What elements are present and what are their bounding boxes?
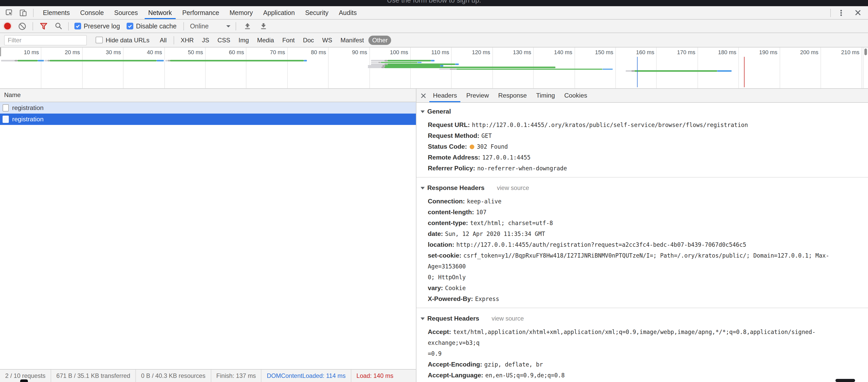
filter-type-xhr[interactable]: XHR xyxy=(177,35,197,45)
tab-security[interactable]: Security xyxy=(300,6,334,19)
disable-cache-checkbox[interactable] xyxy=(127,23,133,29)
header-row: location:http://127.0.0.1:4455/auth/regi… xyxy=(428,240,865,250)
grid-line xyxy=(820,47,821,88)
record-button[interactable] xyxy=(4,23,11,29)
grid-line xyxy=(738,47,739,88)
waterfall-segment xyxy=(384,60,388,62)
waterfall-segment xyxy=(384,67,555,68)
request-row-registration[interactable]: registration xyxy=(0,102,416,113)
tab-performance[interactable]: Performance xyxy=(177,6,224,19)
close-devtools-icon[interactable] xyxy=(851,6,864,19)
details-tab-preview[interactable]: Preview xyxy=(462,89,494,102)
status-item: 2 / 10 requests xyxy=(0,372,51,379)
header-value: en,en-US;q=0.9,de;q=0.8 xyxy=(486,372,565,379)
search-icon[interactable] xyxy=(54,22,63,31)
filter-type-other[interactable]: Other xyxy=(369,35,392,45)
column-header-name[interactable]: Name xyxy=(0,89,416,102)
section-header-response-headers[interactable]: Response Headersview source xyxy=(421,184,865,192)
details-tab-response[interactable]: Response xyxy=(493,89,531,102)
section-divider xyxy=(416,308,868,308)
section-header-general[interactable]: General xyxy=(421,108,865,115)
filter-funnel-icon[interactable] xyxy=(39,22,48,31)
waterfall-segment xyxy=(381,62,417,63)
hide-data-urls-checkbox[interactable] xyxy=(96,37,102,44)
tick-label: 60 ms xyxy=(208,49,244,55)
details-tab-cookies[interactable]: Cookies xyxy=(560,89,592,102)
tab-sources[interactable]: Sources xyxy=(109,6,143,19)
status-item: 671 B / 35.1 KB transferred xyxy=(51,372,135,379)
header-key: Accept: xyxy=(428,328,451,336)
status-bar: 2 / 10 requests671 B / 35.1 KB transferr… xyxy=(0,369,416,382)
waterfall-segment xyxy=(631,70,634,72)
tick-label: 170 ms xyxy=(659,49,695,55)
filter-type-js[interactable]: JS xyxy=(198,35,213,45)
filter-type-img[interactable]: Img xyxy=(235,35,252,45)
filter-type-media[interactable]: Media xyxy=(253,35,277,45)
header-key: content-length: xyxy=(428,209,474,216)
export-har-icon[interactable] xyxy=(258,22,268,31)
view-source-link[interactable]: view source xyxy=(497,184,529,192)
tab-console[interactable]: Console xyxy=(75,6,109,19)
close-details-icon[interactable] xyxy=(418,90,428,101)
clear-icon[interactable] xyxy=(18,22,27,31)
header-key: Accept-Language: xyxy=(428,372,483,379)
inspect-element-icon[interactable] xyxy=(3,6,16,19)
header-row: set-cookie:csrf_token=y1//BqpRxuFY8Hw418… xyxy=(428,250,865,283)
preserve-log-checkbox[interactable] xyxy=(74,23,81,29)
tab-application[interactable]: Application xyxy=(258,6,300,19)
waterfall-segment xyxy=(417,62,422,63)
tab-memory[interactable]: Memory xyxy=(224,6,258,19)
details-tabs: HeadersPreviewResponseTimingCookies xyxy=(428,89,592,102)
status-dot xyxy=(470,144,474,149)
disable-cache-label[interactable]: Disable cache xyxy=(136,23,177,30)
toolbar-separator xyxy=(33,8,34,17)
more-options-icon[interactable] xyxy=(835,6,847,19)
request-row-registration[interactable]: registration xyxy=(0,113,416,125)
header-row: content-length:107 xyxy=(428,207,865,218)
hide-data-urls-label[interactable]: Hide data URLs xyxy=(106,36,149,44)
waterfall-segment xyxy=(170,60,304,62)
toolbar-separator xyxy=(68,22,69,30)
details-tab-headers[interactable]: Headers xyxy=(428,89,462,102)
header-row: Request Method:GET xyxy=(428,131,865,141)
timeline-overview[interactable]: 10 ms20 ms30 ms40 ms50 ms60 ms70 ms80 ms… xyxy=(0,47,868,89)
section-header-request-headers[interactable]: Request Headersview source xyxy=(421,315,865,322)
header-value: Sun, 12 Apr 2020 11:35:34 GMT xyxy=(445,231,545,238)
tick-label: 140 ms xyxy=(536,49,572,55)
document-icon xyxy=(3,104,8,111)
view-source-link[interactable]: view source xyxy=(492,315,524,322)
tab-audits[interactable]: Audits xyxy=(334,6,362,19)
request-list-panel: Name registrationregistration xyxy=(0,89,416,382)
request-name: registration xyxy=(12,104,44,111)
header-value: http://127.0.0.1:4455/.ory/kratos/public… xyxy=(472,122,748,129)
toolbar-separator xyxy=(830,8,831,17)
filter-type-manifest[interactable]: Manifest xyxy=(337,35,368,45)
filter-type-css[interactable]: CSS xyxy=(214,35,234,45)
triangle-down-icon xyxy=(421,110,425,113)
device-toolbar-icon[interactable] xyxy=(17,6,29,19)
filter-type-all[interactable]: All xyxy=(156,35,170,45)
header-value: GET xyxy=(482,133,492,139)
grid-line xyxy=(205,47,206,88)
waterfall-segment xyxy=(44,60,48,62)
tab-network[interactable]: Network xyxy=(143,6,177,19)
header-key: Accept-Encoding: xyxy=(428,361,482,368)
details-tab-timing[interactable]: Timing xyxy=(531,89,560,102)
tab-elements[interactable]: Elements xyxy=(38,6,75,19)
overview-scrollbar-thumb[interactable] xyxy=(864,48,867,55)
filter-input[interactable] xyxy=(4,35,87,45)
waterfall-segment xyxy=(456,68,602,70)
waterfall-segment xyxy=(381,67,384,68)
waterfall-segment xyxy=(440,65,443,67)
filter-type-doc[interactable]: Doc xyxy=(300,35,318,45)
grid-line xyxy=(779,47,780,88)
filter-type-font[interactable]: Font xyxy=(279,35,299,45)
filter-bar: Hide data URLs AllXHRJSCSSImgMediaFontDo… xyxy=(0,33,868,47)
filter-type-ws[interactable]: WS xyxy=(318,35,336,45)
header-key: X-Powered-By: xyxy=(428,295,473,303)
grid-line xyxy=(41,47,41,88)
preserve-log-label[interactable]: Preserve log xyxy=(84,23,120,30)
throttling-select[interactable]: Online xyxy=(190,23,230,30)
header-row: Request URL:http://127.0.0.1:4455/.ory/k… xyxy=(428,120,865,131)
import-har-icon[interactable] xyxy=(243,22,252,31)
